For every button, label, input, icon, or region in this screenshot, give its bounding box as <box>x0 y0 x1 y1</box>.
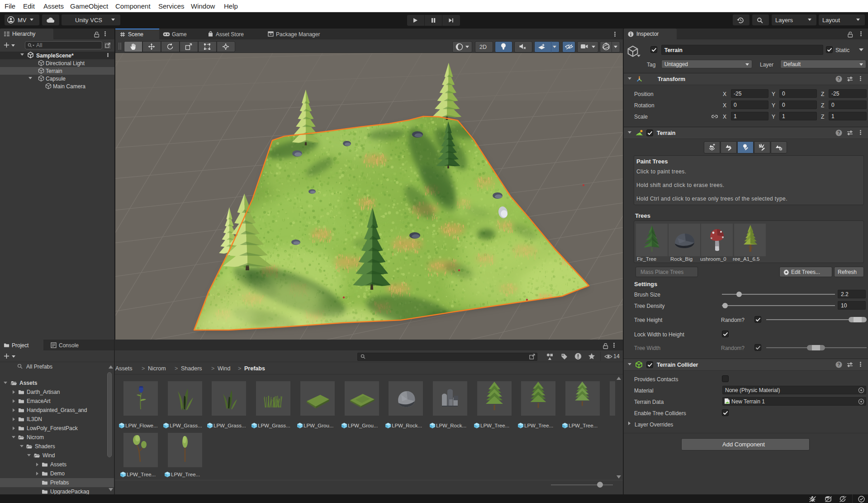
svg-text:?: ? <box>837 77 840 81</box>
svg-text:?: ? <box>837 130 840 135</box>
svg-text:?: ? <box>837 362 840 367</box>
